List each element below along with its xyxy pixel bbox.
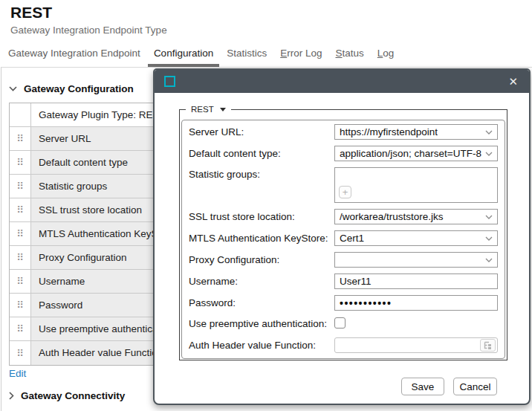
- tree-picker-button[interactable]: [480, 339, 496, 352]
- username-control: User11: [334, 274, 498, 289]
- password-label: Password:: [189, 296, 334, 311]
- tab-error-log[interactable]: Error Log: [274, 42, 328, 67]
- chevron-down-icon: [485, 130, 493, 135]
- config-dialog: ✕ REST Server URL:https://myfirstendpoin…: [153, 68, 531, 405]
- chevron-down-icon: [485, 258, 493, 262]
- form-row-password: Password:•••••••••••: [189, 295, 498, 311]
- username-input[interactable]: User11: [334, 274, 498, 289]
- form-row-default-content-type: Default content type:application/json; c…: [189, 146, 498, 161]
- proxy-configuration-label: Proxy Configuration:: [189, 253, 334, 268]
- mtls-authentication-keystore-control: Cert1: [334, 230, 498, 246]
- ssl-trust-store-location-value: /workarea/truststore.jks: [340, 211, 444, 222]
- drag-handle-icon[interactable]: ⠿: [10, 294, 31, 317]
- tab-statistics[interactable]: Statistics: [221, 42, 273, 67]
- page-title: REST: [10, 4, 52, 22]
- mtls-authentication-keystore-value: Cert1: [340, 233, 364, 244]
- server-url-value: https://myfirstendpoint: [340, 126, 438, 137]
- tab-status[interactable]: Status: [330, 42, 370, 67]
- screen: REST Gateway Integration Endpoint Type G…: [0, 0, 532, 411]
- drag-handle-icon[interactable]: ⠿: [10, 270, 31, 293]
- tab-bar: Gateway Integration EndpointConfiguratio…: [2, 42, 400, 67]
- use-preemptive-authentication-label: Use preemptive authentication:: [189, 317, 334, 331]
- chevron-down-icon: [485, 152, 493, 156]
- legend-label: REST: [191, 105, 214, 114]
- dropdown-triangle-icon: [220, 108, 226, 111]
- password-input[interactable]: •••••••••••: [334, 295, 498, 311]
- statistic-groups-control: +: [334, 167, 498, 203]
- drag-handle-icon[interactable]: ⠿: [10, 222, 31, 245]
- page-subtitle: Gateway Integration Endpoint Type: [10, 25, 167, 36]
- form-row-server-url: Server URL:https://myfirstendpoint: [189, 124, 498, 140]
- form-row-statistic-groups: Statistic groups:+: [189, 167, 498, 203]
- teal-square-app-icon: [164, 76, 175, 87]
- edit-link[interactable]: Edit: [9, 368, 26, 379]
- rest-fieldset: REST Server URL:https://myfirstendpointD…: [179, 105, 507, 360]
- server-url-combobox[interactable]: https://myfirstendpoint: [334, 124, 498, 140]
- use-preemptive-authentication-control: [334, 317, 498, 331]
- handle-cell-empty: [10, 103, 31, 126]
- rest-legend[interactable]: REST: [186, 105, 231, 114]
- drag-handle-icon[interactable]: ⠿: [10, 175, 31, 198]
- statistic-groups-label: Statistic groups:: [189, 167, 334, 182]
- ssl-trust-store-location-combobox[interactable]: /workarea/truststore.jks: [334, 209, 498, 224]
- tab-gateway-integration-endpoint[interactable]: Gateway Integration Endpoint: [2, 42, 146, 67]
- mtls-authentication-keystore-label: MTLS Authentication KeyStore:: [189, 231, 334, 246]
- plus-icon[interactable]: +: [339, 186, 351, 198]
- form-row-mtls-authentication-keystore: MTLS Authentication KeyStore:Cert1: [189, 230, 498, 246]
- mtls-authentication-keystore-combobox[interactable]: Cert1: [334, 230, 498, 246]
- section-title: Gateway Connectivity: [21, 390, 125, 401]
- use-preemptive-authentication-checkbox[interactable]: [334, 317, 346, 329]
- ssl-trust-store-location-control: /workarea/truststore.jks: [334, 209, 498, 224]
- proxy-configuration-combobox[interactable]: [334, 252, 498, 268]
- default-content-type-label: Default content type:: [189, 146, 334, 161]
- chevron-down-icon: [485, 236, 493, 241]
- tree-picker-icon: [483, 341, 493, 350]
- username-label: Username:: [189, 274, 334, 289]
- auth-header-value-function-input[interactable]: [334, 337, 498, 353]
- chevron-down-icon: [485, 215, 493, 219]
- default-content-type-combobox[interactable]: application/json; charset=UTF-8: [334, 146, 498, 161]
- tab-configuration[interactable]: Configuration: [148, 42, 219, 67]
- form-row-username: Username:User11: [189, 274, 498, 289]
- drag-handle-icon[interactable]: ⠿: [10, 246, 31, 269]
- statistic-groups-listbox[interactable]: +: [334, 167, 498, 203]
- server-url-label: Server URL:: [189, 125, 334, 140]
- ssl-trust-store-location-label: SSL trust store location:: [189, 210, 334, 224]
- proxy-configuration-control: [334, 252, 498, 268]
- drag-handle-icon[interactable]: ⠿: [10, 151, 31, 174]
- server-url-control: https://myfirstendpoint: [334, 124, 498, 140]
- drag-handle-icon[interactable]: ⠿: [10, 341, 31, 365]
- chevron-down-icon: [9, 86, 17, 91]
- auth-header-value-function-label: Auth Header value Function:: [189, 338, 334, 353]
- drag-handle-icon[interactable]: ⠿: [10, 317, 31, 340]
- tab-log[interactable]: Log: [372, 42, 400, 67]
- default-content-type-value: application/json; charset=UTF-8: [340, 148, 481, 159]
- section-gateway-configuration[interactable]: Gateway Configuration: [9, 83, 134, 94]
- form-row-auth-header-value-function: Auth Header value Function:: [189, 337, 498, 353]
- form-row-proxy-configuration: Proxy Configuration:: [189, 252, 498, 268]
- drag-handle-icon[interactable]: ⠿: [10, 127, 31, 150]
- section-title: Gateway Configuration: [24, 83, 134, 94]
- default-content-type-control: application/json; charset=UTF-8: [334, 146, 498, 161]
- cancel-button[interactable]: Cancel: [453, 378, 497, 395]
- form-panel: Server URL:https://myfirstendpointDefaul…: [181, 120, 505, 359]
- close-icon[interactable]: ✕: [508, 76, 518, 87]
- section-gateway-connectivity[interactable]: Gateway Connectivity: [9, 390, 125, 401]
- form-row-ssl-trust-store-location: SSL trust store location:/workarea/trust…: [189, 209, 498, 224]
- save-button[interactable]: Save: [401, 378, 444, 395]
- form-row-use-preemptive-authentication: Use preemptive authentication:: [189, 317, 498, 331]
- chevron-right-icon: [9, 392, 14, 400]
- password-control: •••••••••••: [334, 295, 498, 311]
- auth-header-value-function-control: [334, 337, 498, 353]
- drag-handle-icon[interactable]: ⠿: [10, 198, 31, 221]
- dialog-titlebar[interactable]: ✕: [155, 70, 529, 93]
